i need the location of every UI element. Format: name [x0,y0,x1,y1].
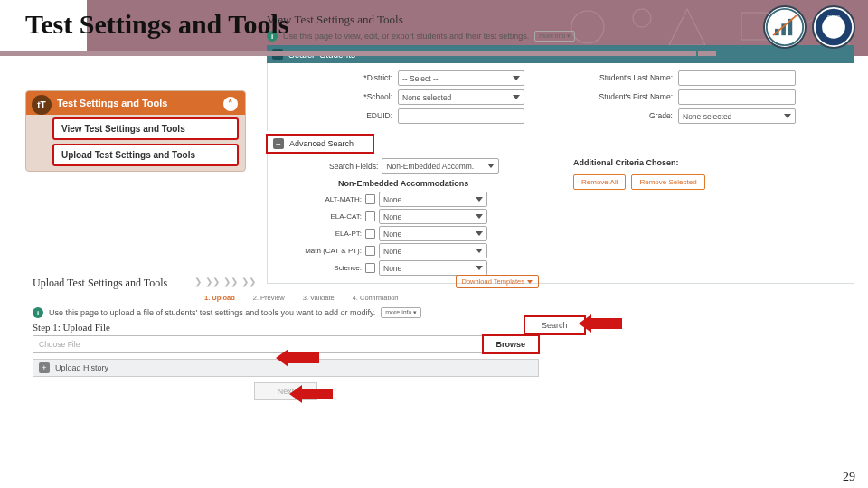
step-3: 3. Validate [303,294,335,302]
elapt-check[interactable] [365,229,375,239]
browse-button[interactable]: Browse [483,335,539,353]
nav-item-upload[interactable]: Upload Test Settings and Tools [53,145,238,165]
download-templates-button[interactable]: Download Templates [456,275,540,288]
search-row: Search [524,316,585,334]
additional-criteria-title: Additional Criteria Chosen: [573,158,846,167]
step-2: 2. Preview [253,294,285,302]
altmath-select[interactable]: None [379,192,487,207]
elacat-check[interactable] [365,211,375,221]
nav-item-view[interactable]: View Test Settings and Tools [53,118,238,139]
eduid-input[interactable] [398,108,524,124]
remove-selected-button[interactable]: Remove Selected [631,174,704,190]
advanced-search-bar[interactable]: − Advanced Search [267,135,373,153]
search-fields-select[interactable]: Non-Embedded Accomm. [382,158,499,174]
elapt-select[interactable]: None [379,226,487,241]
eduid-label: EDUID: [271,108,398,124]
chevron-step-icon: ❯ [194,277,202,286]
org-seal-1 [763,5,807,49]
district-label: *District: [271,70,398,86]
upload-panel: Upload Test Settings and Tools ❯ ❯❯ ❯❯ ❯… [33,271,539,400]
page-number: 29 [843,470,855,484]
choose-file-input[interactable]: Choose File [33,335,483,353]
nav-header-label: Test Settings and Tools [57,98,167,108]
ne-accom-title: Non-Embedded Accommodations [338,179,546,188]
math-check[interactable] [365,246,375,256]
step1-label: Step 1: Upload File [33,322,539,333]
arrow-callout-icon [579,314,622,333]
school-select[interactable]: None selected [398,89,524,105]
step-4: 4. Confirmation [353,294,399,302]
page-title: Test Settings and Tools [0,0,868,40]
collapse-icon: − [273,138,284,149]
remove-all-button[interactable]: Remove All [573,174,626,190]
lastname-label: Student's Last Name: [570,70,678,86]
arrow-callout-icon [289,385,333,403]
grade-label: Grade: [570,108,678,124]
firstname-label: Student's First Name: [570,89,678,105]
district-select[interactable]: -- Select -- [398,70,524,86]
school-label: *School: [271,89,398,105]
nav-header[interactable]: tT Test Settings and Tools ˄ [26,91,245,115]
grade-select[interactable]: None selected [678,108,796,124]
math-select[interactable]: None [379,243,487,258]
nav-card: tT Test Settings and Tools ˄ View Test S… [25,90,246,172]
lastname-input[interactable] [678,70,796,86]
expand-icon: + [39,362,50,373]
arrow-callout-icon [276,349,319,367]
search-form: *District: -- Select -- Student's Last N… [267,63,854,131]
info-icon: i [33,307,43,318]
search-button[interactable]: Search [524,316,585,334]
more-info-button[interactable]: more info ▾ [381,307,421,318]
firstname-input[interactable] [678,89,796,105]
altmath-check[interactable] [365,194,375,204]
elacat-select[interactable]: None [379,209,487,224]
chevron-up-icon: ˄ [223,97,238,111]
org-seal-2: IDAHO [812,5,855,49]
search-fields-label: Search Fields: [329,162,378,171]
tt-icon: tT [32,95,52,115]
advanced-body: Search Fields: Non-Embedded Accomm. Non-… [267,153,854,284]
svg-text:IDAHO: IDAHO [827,15,841,20]
step-1: 1. Upload [204,294,235,302]
upload-title: Upload Test Settings and Tools [33,277,167,290]
upload-info-text: Use this page to upload a file of studen… [49,308,375,317]
